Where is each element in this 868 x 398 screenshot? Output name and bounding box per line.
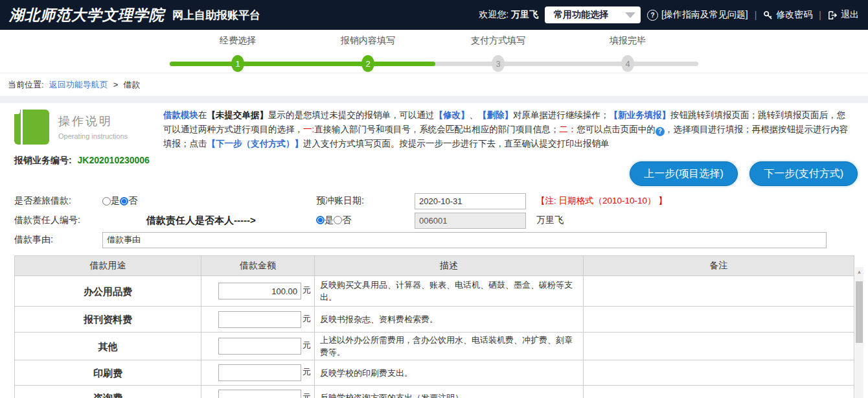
amount-input[interactable] (218, 364, 301, 381)
amount-input[interactable] (218, 311, 301, 328)
prev-step-button[interactable]: 上一步(项目选择) (630, 161, 738, 186)
column-header: 备注 (584, 256, 854, 276)
description-cell: 反映购买文具用品、计算器、账表、电话机、硒鼓、墨盒、碳粉等支出。 (315, 276, 584, 307)
note-cell (584, 276, 854, 307)
table-header-row: 借款用途借款金额描述备注 (15, 256, 854, 276)
form-row-reason: 借款事由: (14, 230, 854, 250)
prepaid-date-label: 预冲账日期: (316, 195, 415, 207)
instruction-segment: 【修改】 (435, 110, 470, 120)
scrollbar-thumb[interactable] (856, 281, 863, 343)
instructions-title: 操作说明 (58, 113, 157, 129)
date-format-note: 【注: 日期格式（2010-10-10） 】 (536, 195, 667, 207)
chevron-down-icon (625, 12, 635, 18)
instruction-segment: 您可以点击页面中的 (577, 124, 656, 134)
table-row: 印刷费元反映学校的印刷费支出。 (15, 360, 854, 386)
question-circle-icon: ? (647, 10, 658, 21)
app-title: 网上自助报账平台 (172, 8, 260, 23)
section-divider (0, 96, 868, 103)
travel-loan-label: 是否差旅借款: (14, 195, 102, 207)
description-cell: 反映书报杂志、资料费检索费。 (315, 307, 584, 333)
divider: | (819, 10, 821, 20)
unit-label: 元 (303, 314, 311, 323)
action-buttons: 上一步(项目选择) 下一步(支付方式) (621, 161, 858, 186)
breadcrumb-separator: > (113, 80, 119, 89)
table-scrollbar[interactable]: ▲ (855, 267, 863, 398)
main-content: 操作说明 Operating instructions 借款模块在【未提交单据】… (0, 103, 868, 398)
description-cell: 反映学校咨询方面的支出（发票注明）。 (315, 386, 584, 398)
instruction-segment: 借款模块 (163, 110, 198, 120)
instruction-segment: 、 (470, 110, 479, 120)
self-radio-label: 是 (325, 215, 334, 225)
logout-label: 退出 (841, 9, 859, 21)
next-step-button[interactable]: 下一步(支付方式) (749, 161, 858, 186)
loan-reason-input[interactable] (102, 232, 827, 248)
breadcrumb-home-link[interactable]: 返回功能导航页 (49, 79, 108, 91)
top-bar: 湖北师范大学文理学院 网上自助报账平台 欢迎您: 万里飞 常用功能选择 ? [操… (0, 0, 868, 30)
step-circle-3: 3 (492, 55, 505, 72)
table-body: 办公用品费元反映购买文具用品、计算器、账表、电话机、硒鼓、墨盒、碳粉等支出。报刊… (15, 276, 854, 398)
scrollbar-up-arrow[interactable]: ▲ (855, 267, 863, 276)
amount-input[interactable] (218, 390, 301, 398)
instruction-segment: 显示的是您填过未提交的报销单，可以通过 (268, 110, 435, 120)
table-row: 咨询费元反映学校咨询方面的支出（发票注明）。 (15, 386, 854, 398)
table-row: 报刊资料费元反映书报杂志、资料费检索费。 (15, 307, 854, 333)
travel-radio-是[interactable] (102, 197, 111, 205)
self-question-text: 借款责任人是否本人-----> (146, 215, 256, 227)
amount-input[interactable] (218, 283, 301, 299)
prepaid-date-input[interactable] (415, 193, 526, 209)
column-header: 借款金额 (201, 256, 315, 276)
loan-form: 是否差旅借款: 是否 预冲账日期: 【注: 日期格式（2010-10-10） 】… (14, 191, 854, 250)
instruction-segment: 直接输入部门号和项目号，系统会匹配出相应的部门项目信息； (314, 124, 559, 134)
amount-input[interactable] (218, 338, 301, 355)
logout-link[interactable]: 退出 (828, 9, 859, 21)
quick-menu-label: 常用功能选择 (554, 9, 608, 21)
username: 万里飞 (511, 9, 538, 19)
instruction-segment: 【下一步（支付方式）】 (207, 139, 304, 148)
operation-instructions: 操作说明 Operating instructions 借款模块在【未提交单据】… (14, 108, 854, 151)
step-label-4: 填报完毕 (610, 35, 646, 47)
breadcrumb-prefix: 当前位置: (8, 79, 44, 91)
form-row-travel: 是否差旅借款: 是否 预冲账日期: 【注: 日期格式（2010-10-10） 】 (14, 191, 854, 211)
step-label-2: 报销内容填写 (341, 35, 395, 47)
amount-cell: 元 (201, 386, 315, 398)
instruction-segment: 对原单据进行继续操作； (513, 110, 610, 120)
book-icon (14, 110, 49, 145)
unit-label: 元 (303, 392, 311, 398)
guide-link-label: [操作指南及常见问题] (661, 9, 748, 21)
instruction-segment: 【删除】 (478, 110, 513, 120)
travel-radio-否[interactable] (120, 197, 128, 205)
description-cell: 反映学校的印刷费支出。 (315, 360, 584, 386)
step-label-1: 经费选择 (220, 35, 256, 47)
business-number-label: 报销业务编号: (14, 155, 72, 165)
top-bar-right: 欢迎您: 万里飞 常用功能选择 ? [操作指南及常见问题] | 修改密码 | 退… (479, 6, 859, 23)
column-header: 借款用途 (15, 256, 201, 276)
description-cell: 上述以外办公所需费用，含办公饮用水、电话装机费、冲扩费、刻章费等。 (315, 333, 584, 360)
self-radio-label: 否 (342, 215, 351, 225)
logout-icon (828, 10, 838, 20)
loan-reason-label: 借款事由: (14, 234, 102, 246)
change-password-link[interactable]: 修改密码 (763, 9, 812, 21)
table-row: 办公用品费元反映购买文具用品、计算器、账表、电话机、硒鼓、墨盒、碳粉等支出。 (15, 276, 854, 307)
amount-cell: 元 (201, 333, 315, 360)
amount-cell: 元 (201, 360, 315, 386)
key-icon (763, 10, 773, 20)
quick-menu-dropdown[interactable]: 常用功能选择 (545, 6, 641, 23)
self-radio-否[interactable] (334, 216, 342, 224)
borrower-id-label: 借款责任人编号: (14, 215, 102, 226)
amount-cell: 元 (201, 276, 315, 307)
self-radio-是[interactable] (316, 216, 325, 224)
unit-label: 元 (303, 340, 311, 350)
travel-radio-label: 否 (128, 195, 137, 207)
note-cell (584, 386, 854, 398)
instruction-segment: 【新业务填报】 (610, 110, 671, 120)
borrower-name: 万里飞 (536, 215, 564, 226)
instruction-segment: 一: (303, 124, 314, 134)
help-circle-icon[interactable]: ? (656, 127, 665, 136)
step-circle-1: 1 (231, 55, 244, 72)
instructions-text: 借款模块在【未提交单据】显示的是您填过未提交的报销单，可以通过【修改】、【删除】… (163, 108, 854, 151)
progress-track (170, 62, 698, 66)
progress-fill (170, 62, 435, 66)
guide-link[interactable]: ? [操作指南及常见问题] (647, 9, 748, 21)
instruction-segment: 在 (198, 110, 207, 120)
breadcrumb: 当前位置: 返回功能导航页 > 借款 (0, 73, 868, 96)
